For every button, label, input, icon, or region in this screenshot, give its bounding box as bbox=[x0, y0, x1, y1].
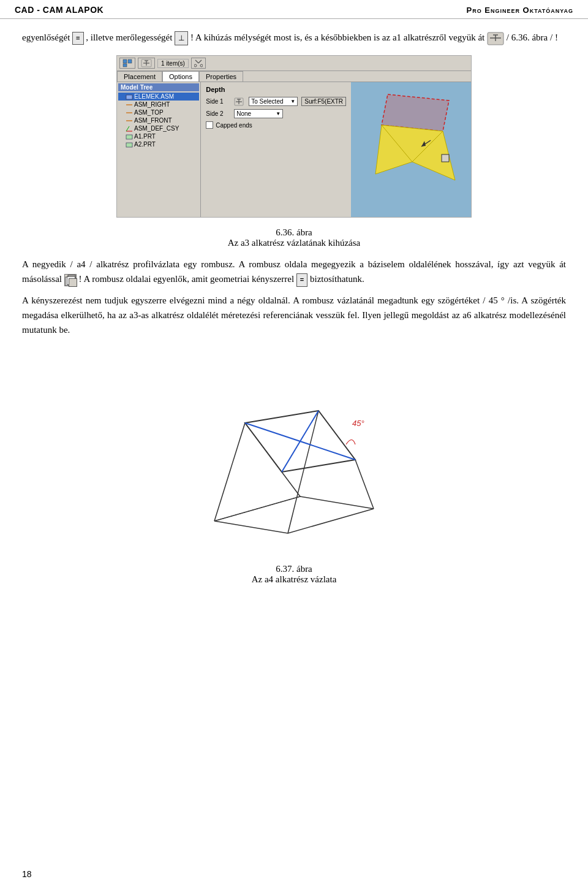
proe-window: 1 item(s) Placement Options Properties bbox=[117, 56, 471, 217]
svg-rect-32 bbox=[442, 154, 449, 162]
side1-label: Side 1 bbox=[206, 98, 230, 105]
svg-rect-6 bbox=[123, 64, 127, 67]
capped-ends-checkbox[interactable] bbox=[206, 121, 213, 129]
placement-icon bbox=[123, 59, 132, 67]
side1-row: Side 1 To Selected ▼ Surf:F5(EXTR bbox=[206, 97, 346, 106]
intro-text-start: egyenlőségét bbox=[22, 32, 70, 42]
side1-depth-icon bbox=[234, 97, 244, 106]
tree-item-label-csys: ASM_DEF_CSY bbox=[134, 125, 179, 132]
svg-rect-35 bbox=[66, 277, 73, 286]
page-header: CAD - CAM ALAPOK Pro Engineer Oktatóanya… bbox=[0, 0, 588, 19]
side1-dropdown-arrow: ▼ bbox=[290, 99, 295, 104]
paragraph-1: A negyedik / a4 / alkatrész profilvázlat… bbox=[22, 257, 566, 286]
figure-caption-36: 6.36. ábra Az a3 alkatrész vázlatának ki… bbox=[22, 227, 566, 248]
tree-item-asmfront[interactable]: ASM_FRONT bbox=[118, 116, 199, 124]
svg-rect-36 bbox=[68, 275, 75, 284]
tree-item-label-elemek: ELEMEK.ASM bbox=[134, 93, 174, 100]
scissors-icon bbox=[194, 59, 203, 67]
datum-icon-front bbox=[126, 118, 133, 124]
tree-item-elemek[interactable]: ELEMEK.ASM bbox=[118, 93, 199, 101]
svg-rect-5 bbox=[128, 59, 132, 63]
header-left-title: CAD - CAM ALAPOK bbox=[15, 5, 104, 15]
asm-icon bbox=[126, 94, 133, 100]
intro-text-mid: , illetve merőlegességét bbox=[86, 32, 172, 42]
equality-icon: = bbox=[72, 32, 83, 45]
tree-item-label-a1: A1.PRT bbox=[134, 133, 156, 140]
svg-rect-22 bbox=[126, 143, 132, 147]
proe-main-area: Model Tree ELEMEK.ASM ASM_RIGHT ASM_TOP bbox=[117, 82, 471, 217]
side2-row: Side 2 None ▼ bbox=[206, 109, 346, 118]
tree-item-label-right: ASM_RIGHT bbox=[134, 101, 170, 108]
tree-item-label-top: ASM_TOP bbox=[134, 109, 164, 116]
tree-item-asmtop[interactable]: ASM_TOP bbox=[118, 108, 199, 116]
svg-line-12 bbox=[198, 60, 202, 63]
3d-view-svg bbox=[351, 82, 471, 217]
capped-ends-label: Capped ends bbox=[216, 122, 252, 129]
tab-properties[interactable]: Properties bbox=[199, 71, 243, 82]
depth-icon-svg bbox=[487, 32, 504, 45]
side2-dropdown[interactable]: None ▼ bbox=[234, 109, 283, 118]
prt-icon-a2 bbox=[126, 142, 133, 148]
side1-dropdown[interactable]: To Selected ▼ bbox=[249, 97, 298, 106]
figure-number-37: 6.37. bbox=[276, 564, 294, 574]
depth-panel: Depth Side 1 To Selected bbox=[201, 82, 351, 217]
svg-rect-21 bbox=[126, 135, 132, 139]
depth-toolbar-icon bbox=[141, 59, 152, 67]
proe-screenshot: 1 item(s) Placement Options Properties bbox=[116, 55, 472, 218]
tree-item-label-front: ASM_FRONT bbox=[134, 117, 172, 124]
tree-item-a2prt[interactable]: A2.PRT bbox=[118, 140, 199, 148]
figure-caption-37: 6.37. ábra Az a4 alkatrész vázlata bbox=[22, 564, 566, 585]
datum-icon-right bbox=[126, 102, 133, 108]
toolbar-icon-3[interactable] bbox=[191, 58, 206, 69]
side2-option-text: None bbox=[236, 110, 251, 117]
intro-ref-num: / 6.36. ábra / ! bbox=[507, 32, 558, 42]
svg-text:45°: 45° bbox=[352, 419, 364, 428]
svg-line-20 bbox=[126, 126, 129, 131]
toolbar-icon-1[interactable] bbox=[119, 58, 135, 69]
depth-title: Depth bbox=[206, 86, 346, 93]
svg-rect-38 bbox=[165, 349, 423, 558]
page-number: 18 bbox=[22, 869, 32, 879]
page-content: egyenlőségét = , illetve merőlegességét … bbox=[0, 19, 588, 604]
tree-item-label-a2: A2.PRT bbox=[134, 141, 156, 148]
figure-number-36: 6.36. bbox=[276, 227, 294, 237]
tab-placement[interactable]: Placement bbox=[117, 71, 162, 82]
datum-icon-top bbox=[126, 110, 133, 116]
model-tree-title: Model Tree bbox=[118, 83, 199, 91]
para1-bizt: biztosíthatunk. bbox=[310, 274, 364, 284]
copy-icon bbox=[64, 274, 77, 286]
side2-dropdown-arrow: ▼ bbox=[276, 111, 281, 116]
tree-item-asmright[interactable]: ASM_RIGHT bbox=[118, 101, 199, 108]
perpendicular-icon: ⊥ bbox=[175, 31, 188, 45]
diagram-container-37: 45° bbox=[22, 349, 566, 558]
toolbar-icon-2[interactable] bbox=[138, 58, 155, 69]
svg-rect-4 bbox=[123, 59, 127, 63]
intro-paragraph: egyenlőségét = , illetve merőlegességét … bbox=[22, 30, 566, 45]
svg-rect-37 bbox=[68, 275, 75, 284]
svg-line-11 bbox=[195, 60, 198, 63]
paragraph-2: A kényszerezést nem tudjuk egyszerre elv… bbox=[22, 293, 566, 337]
figure-ábra-36: ábra bbox=[296, 227, 312, 237]
tree-item-asmdefcsy[interactable]: ASM_DEF_CSY bbox=[118, 124, 199, 132]
figure-subtitle-36: Az a3 alkatrész vázlatának kihúzása bbox=[228, 238, 361, 248]
proe-toolbar: 1 item(s) bbox=[117, 56, 471, 71]
proe-tabs: Placement Options Properties bbox=[117, 71, 471, 82]
tab-options[interactable]: Options bbox=[162, 71, 199, 82]
capped-ends-row: Capped ends bbox=[206, 121, 346, 129]
side2-label: Side 2 bbox=[206, 110, 230, 117]
side1-option-text: To Selected bbox=[251, 98, 283, 105]
figure-ábra-37: ábra bbox=[296, 564, 312, 574]
figure-subtitle-37: Az a4 alkatrész vázlata bbox=[252, 574, 337, 584]
tree-item-a1prt[interactable]: A1.PRT bbox=[118, 132, 199, 140]
svg-point-13 bbox=[194, 64, 197, 67]
svg-rect-15 bbox=[126, 95, 132, 99]
model-tree-panel: Model Tree ELEMEK.ASM ASM_RIGHT ASM_TOP bbox=[117, 82, 201, 217]
3d-viewport bbox=[351, 82, 471, 217]
intro-text-rest: ! A kihúzás mélységét most is, és a késő… bbox=[190, 32, 484, 42]
csys-icon bbox=[126, 126, 133, 132]
header-right-title: Pro Engineer Oktatóanyag bbox=[466, 6, 573, 15]
svg-point-14 bbox=[200, 64, 203, 67]
equality-icon-2: = bbox=[296, 273, 307, 287]
svg-marker-28 bbox=[382, 94, 449, 131]
prt-icon-a1 bbox=[126, 134, 133, 140]
